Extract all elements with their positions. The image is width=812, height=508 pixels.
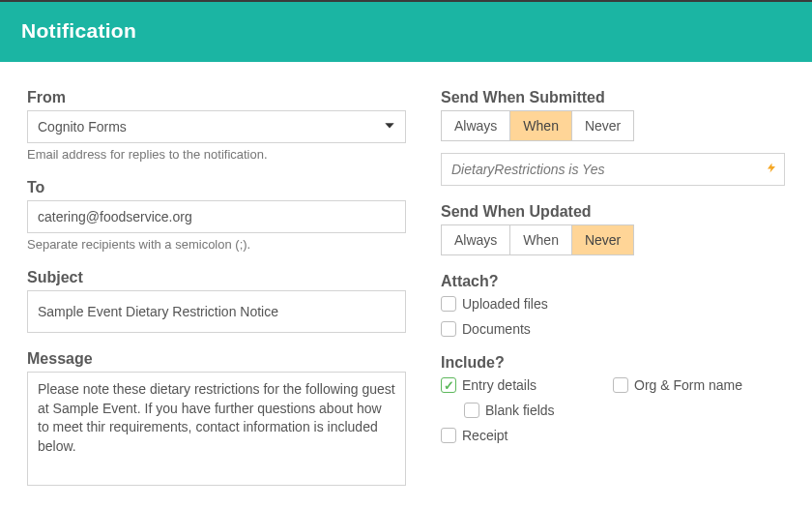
send-updated-field: Send When Updated Always When Never	[441, 203, 785, 255]
message-label: Message	[27, 350, 406, 368]
send-submitted-always[interactable]: Always	[442, 111, 510, 140]
condition-input[interactable]	[441, 153, 785, 186]
from-select-wrap: Cognito Forms	[27, 110, 406, 143]
subject-label: Subject	[27, 269, 406, 286]
attach-documents-checkbox[interactable]	[441, 321, 456, 337]
message-field: Message	[27, 350, 406, 489]
include-blank-label: Blank fields	[485, 403, 555, 418]
attach-label: Attach?	[441, 273, 785, 290]
send-submitted-when[interactable]: When	[510, 111, 572, 140]
attach-documents-label: Documents	[462, 321, 531, 337]
include-field: Include? Entry details Org & Form name B…	[441, 354, 785, 443]
from-field: From Cognito Forms Email address for rep…	[27, 89, 406, 162]
message-textarea[interactable]	[27, 372, 406, 486]
include-blank-checkbox[interactable]	[464, 403, 479, 418]
attach-uploaded-row: Uploaded files	[441, 296, 785, 312]
attach-list: Uploaded files Documents	[441, 296, 785, 337]
include-entry-row: Entry details	[441, 377, 613, 393]
from-label: From	[27, 89, 406, 106]
send-updated-always[interactable]: Always	[442, 225, 510, 254]
send-submitted-label: Send When Submitted	[441, 89, 785, 106]
to-label: To	[27, 179, 406, 196]
send-updated-when[interactable]: When	[510, 225, 572, 254]
left-column: From Cognito Forms Email address for rep…	[27, 89, 406, 506]
subject-field: Subject	[27, 269, 406, 333]
send-updated-never[interactable]: Never	[572, 225, 633, 254]
include-org-row: Org & Form name	[613, 377, 785, 393]
from-select[interactable]: Cognito Forms	[27, 110, 406, 143]
send-submitted-field: Send When Submitted Always When Never	[441, 89, 785, 186]
page-title: Notification	[21, 19, 791, 43]
attach-documents-row: Documents	[441, 321, 785, 337]
include-receipt-row: Receipt	[441, 428, 613, 443]
to-helper: Separate recipients with a semicolon (;)…	[27, 237, 406, 252]
send-submitted-never[interactable]: Never	[572, 111, 633, 140]
include-receipt-label: Receipt	[462, 428, 508, 443]
include-grid: Entry details Org & Form name Blank fiel…	[441, 377, 785, 443]
attach-uploaded-label: Uploaded files	[462, 296, 548, 312]
send-updated-label: Send When Updated	[441, 203, 785, 221]
to-input[interactable]	[27, 200, 406, 233]
content: From Cognito Forms Email address for rep…	[0, 62, 812, 508]
page-header: Notification	[0, 2, 812, 62]
include-label: Include?	[441, 354, 785, 372]
subject-input[interactable]	[27, 290, 406, 333]
attach-field: Attach? Uploaded files Documents	[441, 273, 785, 337]
include-org-label: Org & Form name	[634, 377, 742, 393]
from-helper: Email address for replies to the notific…	[27, 147, 406, 162]
include-entry-label: Entry details	[462, 377, 536, 393]
right-column: Send When Submitted Always When Never Se…	[441, 89, 785, 506]
send-updated-toggle: Always When Never	[441, 224, 634, 255]
include-blank-row: Blank fields	[464, 403, 613, 418]
send-submitted-toggle: Always When Never	[441, 110, 634, 141]
condition-box	[441, 153, 785, 186]
include-entry-checkbox[interactable]	[441, 377, 456, 393]
bolt-icon[interactable]	[766, 161, 777, 178]
to-field: To Separate recipients with a semicolon …	[27, 179, 406, 252]
include-receipt-checkbox[interactable]	[441, 428, 456, 443]
attach-uploaded-checkbox[interactable]	[441, 296, 456, 312]
include-org-checkbox[interactable]	[613, 377, 628, 393]
